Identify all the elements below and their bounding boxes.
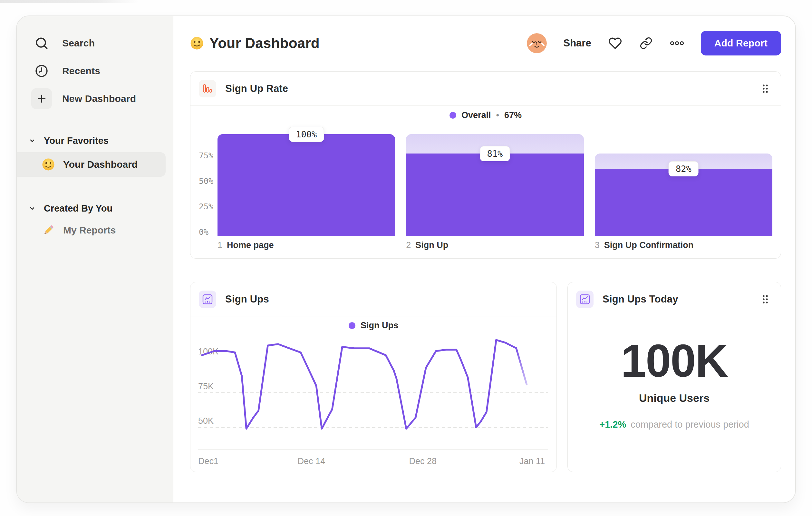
avatar[interactable] xyxy=(527,33,547,53)
funnel-bar-fill xyxy=(406,154,584,236)
x-axis-label: Dec1 xyxy=(198,456,219,466)
card-title: Sign Ups xyxy=(225,294,269,305)
step-label: 1 Home page xyxy=(218,240,395,250)
funnel-chart[interactable]: 75% 50% 25% 0% 100% 81% xyxy=(191,125,781,250)
step-number: 2 xyxy=(406,240,411,250)
page-title: Your Dashboard xyxy=(209,35,320,51)
sign-ups-card: Sign Ups Sign Ups 100K75K50KDec1Dec 14De… xyxy=(190,282,557,472)
add-report-button[interactable]: Add Report xyxy=(701,31,781,55)
funnel-value-tooltip: 100% xyxy=(289,127,324,142)
card-title: Sign Ups Today xyxy=(603,294,678,305)
y-axis-tick: 0% xyxy=(199,228,214,237)
dashboard-header: Your Dashboard Sha xyxy=(190,30,781,56)
step-number: 1 xyxy=(218,240,222,250)
y-axis-tick: 25% xyxy=(199,202,214,211)
sidebar-item-your-dashboard[interactable]: Your Dashboard xyxy=(17,152,166,177)
step-name: Sign Up xyxy=(415,240,448,250)
line-chart-icon xyxy=(576,291,593,308)
sign-ups-line-faded-tail xyxy=(516,348,526,384)
funnel-legend: Overall • 67% xyxy=(191,106,781,125)
step-name: Home page xyxy=(227,240,274,250)
y-axis-tick: 75% xyxy=(199,151,214,160)
legend-separator: • xyxy=(496,110,499,120)
sidebar-item-new-dashboard[interactable]: New Dashboard xyxy=(17,88,173,109)
sidebar-section-created-by-you[interactable]: Created By You xyxy=(17,200,173,217)
y-axis-label: 75K xyxy=(198,382,214,391)
sidebar-item-label: Your Dashboard xyxy=(63,159,138,170)
clock-icon xyxy=(31,61,52,81)
sidebar-item-label: My Reports xyxy=(63,225,116,236)
sign-up-rate-card: Sign Up Rate Overall xyxy=(190,71,781,259)
funnel-step-labels: 1 Home page 2 Sign Up 3 Sign Up Confirma… xyxy=(199,240,772,250)
x-axis-label: Dec 14 xyxy=(298,456,325,466)
step-name: Sign Up Confirmation xyxy=(604,240,693,250)
sidebar-item-my-reports[interactable]: My Reports xyxy=(17,218,173,243)
step-label: 2 Sign Up xyxy=(406,240,584,250)
card-header: Sign Up Rate xyxy=(191,72,781,106)
line-chart-icon xyxy=(199,291,216,308)
copy-link-icon[interactable] xyxy=(639,36,653,50)
legend-label: Overall xyxy=(461,110,491,120)
funnel-bar-sign-up[interactable]: 81% xyxy=(406,125,584,236)
share-button[interactable]: Share xyxy=(563,37,591,49)
legend-dot xyxy=(349,322,355,329)
sign-ups-line-svg: 100K75K50KDec1Dec 14Dec 28Jan 11 xyxy=(198,336,548,469)
funnel-value-tooltip: 82% xyxy=(669,161,699,176)
main-content: Your Dashboard Sha xyxy=(173,16,795,503)
sidebar: Search Recents New Dashboard xyxy=(17,16,173,503)
more-options-icon[interactable] xyxy=(670,36,684,50)
title-group: Your Dashboard xyxy=(190,35,320,51)
y-axis-label: 50K xyxy=(198,416,214,426)
x-axis-label: Dec 28 xyxy=(409,456,437,466)
sidebar-item-search[interactable]: Search xyxy=(17,33,173,54)
sidebar-section-your-favorites[interactable]: Your Favorites xyxy=(17,132,173,149)
metric-delta-row: +1.2% compared to previous period xyxy=(599,419,749,430)
line-legend: Sign Ups xyxy=(191,316,556,335)
sign-ups-line xyxy=(202,340,516,429)
drag-handle-icon[interactable] xyxy=(759,82,772,95)
metric-value: 100K xyxy=(621,334,728,387)
screenshot-edge-artifact xyxy=(0,0,139,3)
funnel-chart-icon xyxy=(199,80,216,98)
metric-label: Unique Users xyxy=(639,392,709,404)
step-label: 3 Sign Up Confirmation xyxy=(595,240,772,250)
app-window: Search Recents New Dashboard xyxy=(16,16,796,503)
y-axis-tick: 50% xyxy=(199,177,214,186)
pencil-emoji xyxy=(42,224,55,237)
sidebar-section-label: Your Favorites xyxy=(44,135,109,146)
delta-note: compared to previous period xyxy=(631,419,749,430)
funnel-plot-area: 75% 50% 25% 0% 100% 81% xyxy=(199,125,772,236)
legend-value: 67% xyxy=(504,110,522,120)
funnel-bar-fill xyxy=(218,134,395,236)
sidebar-section-label: Created By You xyxy=(44,203,112,214)
drag-handle-icon[interactable] xyxy=(759,293,772,306)
x-axis-label: Jan 11 xyxy=(519,456,545,466)
big-number-body: 100K Unique Users +1.2% compared to prev… xyxy=(568,316,781,430)
line-chart[interactable]: 100K75K50KDec1Dec 14Dec 28Jan 11 xyxy=(191,335,556,470)
delta-value: +1.2% xyxy=(599,419,626,430)
smiley-emoji xyxy=(190,36,204,50)
plus-icon xyxy=(31,88,52,109)
sidebar-item-recents[interactable]: Recents xyxy=(17,61,173,81)
funnel-bar-sign-up-confirmation[interactable]: 82% xyxy=(595,125,772,236)
search-icon xyxy=(31,33,52,54)
screen: Search Recents New Dashboard xyxy=(0,0,812,516)
chevron-down-icon xyxy=(28,205,36,212)
card-title: Sign Up Rate xyxy=(225,83,288,94)
step-number: 3 xyxy=(595,240,600,250)
legend-label: Sign Ups xyxy=(360,321,398,331)
smiley-emoji xyxy=(42,158,55,171)
sidebar-item-label: Recents xyxy=(62,65,100,76)
header-actions: Share xyxy=(527,31,781,55)
funnel-value-tooltip: 81% xyxy=(480,146,510,161)
funnel-bar-fill xyxy=(595,169,772,236)
favorite-heart-icon[interactable] xyxy=(608,36,622,50)
sign-ups-today-card: Sign Ups Today 100 xyxy=(568,282,781,472)
sidebar-item-label: Search xyxy=(62,38,95,49)
legend-dot xyxy=(450,112,456,119)
funnel-bar-home-page[interactable]: 100% xyxy=(218,125,395,236)
chevron-down-icon xyxy=(28,137,36,144)
cards-row: Sign Ups Sign Ups 100K75K50KDec1Dec 14De… xyxy=(190,282,781,472)
sidebar-item-label: New Dashboard xyxy=(62,93,136,104)
card-header: Sign Ups xyxy=(191,282,556,316)
